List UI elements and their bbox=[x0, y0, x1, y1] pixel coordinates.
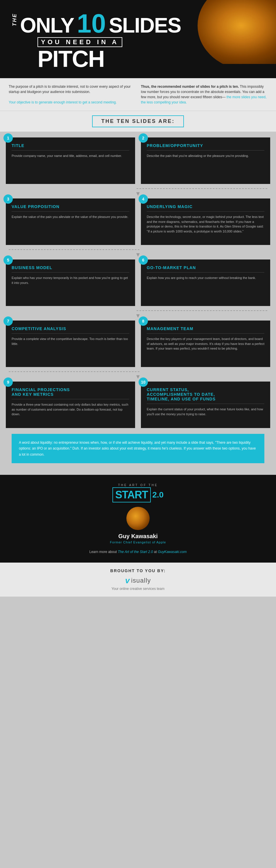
learn-more-text: Learn more about The Art of the Start 2.… bbox=[6, 550, 270, 554]
slide-number-1: 1 bbox=[3, 133, 13, 143]
footer: BROUGHT TO YOU BY: v isually Your online… bbox=[0, 563, 276, 597]
slide-title-10: CURRENT STATUS, ACCOMPLISHMENTS TO DATE,… bbox=[147, 388, 265, 404]
slide-title-9: FINANCIAL PROJECTIONS AND KEY METRICS bbox=[11, 388, 129, 399]
slide-card-8: 8 MANAGEMENT TEAM Describe the key playe… bbox=[141, 320, 270, 367]
slide-desc-1: Provide company name, your name and titl… bbox=[11, 153, 129, 158]
slide-number-5: 5 bbox=[3, 255, 13, 265]
liquidity-text: A word about liquidity: no entrepreneur … bbox=[19, 440, 257, 457]
visually-text: isually bbox=[131, 577, 151, 584]
the-label: THE bbox=[11, 9, 18, 26]
ten-slides-header: THE TEN SLIDES ARE: bbox=[0, 111, 276, 132]
intro-left-text: The purpose of a pitch is to stimulate i… bbox=[9, 85, 131, 94]
slides-row-2: 3 VALUE PROPOSITION Explain the value of… bbox=[6, 198, 270, 245]
slides-row-5: 9 FINANCIAL PROJECTIONS AND KEY METRICS … bbox=[6, 381, 270, 428]
slide-card-5: 5 BUSINESS MODEL Explain who has your mo… bbox=[6, 259, 135, 306]
learn-link[interactable]: GuyKawasaki.com bbox=[158, 550, 186, 554]
slide-title-7: COMPETITIVE ANALYSIS bbox=[11, 326, 129, 334]
intro-right: Thus, the recommended number of slides f… bbox=[141, 84, 267, 105]
slide-number-4: 4 bbox=[139, 194, 148, 204]
slide-card-9: 9 FINANCIAL PROJECTIONS AND KEY METRICS … bbox=[6, 381, 135, 428]
start-border-box: START bbox=[113, 487, 151, 502]
visually-v: v bbox=[125, 576, 130, 585]
slide-desc-4: Describe the technology, secret sauce, o… bbox=[147, 214, 265, 234]
only-label: ONLY bbox=[20, 13, 74, 37]
intro-left: The purpose of a pitch is to stimulate i… bbox=[9, 84, 135, 105]
slides-row-3: 5 BUSINESS MODEL Explain who has your mo… bbox=[6, 259, 270, 306]
liquidity-section: A word about liquidity: no entrepreneur … bbox=[11, 434, 265, 463]
slide-desc-10: Explain the current status of your produ… bbox=[147, 407, 265, 416]
slides-label: SLIDES bbox=[109, 13, 181, 37]
slide-title-3: VALUE PROPOSITION bbox=[11, 204, 129, 212]
slide-title-2: PROBLEM/OPPORTUNITY bbox=[147, 143, 265, 151]
version-label: 2.0 bbox=[152, 490, 163, 499]
slide-card-7: 7 COMPETITIVE ANALYSIS Provide a complet… bbox=[6, 320, 135, 367]
slide-card-6: 6 GO-TO-MARKET PLAN Explain how you are … bbox=[141, 259, 270, 306]
slide-title-8: MANAGEMENT TEAM bbox=[147, 326, 265, 334]
slides-row-1: 1 TITLE Provide company name, your name … bbox=[6, 137, 270, 184]
slide-title-4: UNDERLYING MAGIC bbox=[147, 204, 265, 212]
slides-container: 1 TITLE Provide company name, your name … bbox=[0, 132, 276, 475]
slide-number-8: 8 bbox=[139, 316, 148, 326]
author-title: Former Chief Evangelist of Apple bbox=[6, 540, 270, 544]
slide-card-4: 4 UNDERLYING MAGIC Describe the technolo… bbox=[141, 198, 270, 245]
intro-section: The purpose of a pitch is to stimulate i… bbox=[0, 78, 276, 111]
header: THE ONLY 10 SLIDES YOU NEED IN A PITCH bbox=[0, 0, 276, 78]
slide-desc-9: Provide a three-year forecast containing… bbox=[11, 402, 129, 417]
slide-desc-7: Provide a complete view of the competiti… bbox=[11, 337, 129, 346]
learn-italic: The Art of the Start 2.0 bbox=[118, 550, 153, 554]
book-logo: THE ART OF THE START 2.0 bbox=[6, 484, 270, 502]
intro-right-bold: Thus, the recommended number of slides f… bbox=[141, 85, 239, 89]
visually-logo: v isually bbox=[6, 576, 270, 585]
slide-card-3: 3 VALUE PROPOSITION Explain the value of… bbox=[6, 198, 135, 245]
you-need-text: YOU NEED IN A bbox=[41, 38, 119, 45]
footer-tagline: Your online creative services team bbox=[6, 587, 270, 591]
ten-label: 10 bbox=[77, 9, 106, 39]
slide-title-6: GO-TO-MARKET PLAN bbox=[147, 265, 265, 273]
slide-number-6: 6 bbox=[139, 255, 148, 265]
slide-card-10: 10 CURRENT STATUS, ACCOMPLISHMENTS TO DA… bbox=[141, 381, 270, 428]
author-name: Guy Kawasaki bbox=[6, 533, 270, 539]
slide-number-10: 10 bbox=[139, 377, 148, 387]
ten-slides-title: THE TEN SLIDES ARE: bbox=[92, 115, 184, 127]
slides-row-4: 7 COMPETITIVE ANALYSIS Provide a complet… bbox=[6, 320, 270, 367]
slide-title-1: TITLE bbox=[11, 143, 129, 151]
slide-number-3: 3 bbox=[3, 194, 13, 204]
slide-number-2: 2 bbox=[139, 133, 148, 143]
pitch-label: PITCH bbox=[37, 45, 181, 72]
flower-decoration bbox=[126, 507, 150, 530]
slide-card-2: 2 PROBLEM/OPPORTUNITY Describe the pain … bbox=[141, 137, 270, 184]
slide-number-7: 7 bbox=[3, 316, 13, 326]
intro-left-highlight: Your objective is to generate enough int… bbox=[9, 100, 117, 104]
brought-by-text: BROUGHT TO YOU BY: bbox=[6, 568, 270, 573]
slide-desc-3: Explain the value of the pain you allevi… bbox=[11, 214, 129, 219]
art-label: THE ART OF THE bbox=[118, 484, 158, 487]
book-section: THE ART OF THE START 2.0 Guy Kawasaki Fo… bbox=[0, 475, 276, 563]
slide-desc-5: Explain who has your money temporarily i… bbox=[11, 276, 129, 285]
slide-desc-6: Explain how you are going to reach your … bbox=[147, 276, 265, 280]
slide-desc-8: Describe the key players of your managem… bbox=[147, 337, 265, 351]
slide-number-9: 9 bbox=[3, 377, 13, 387]
slide-card-1: 1 TITLE Provide company name, your name … bbox=[6, 137, 135, 184]
start-label: START bbox=[115, 489, 148, 501]
slide-desc-2: Describe the pain that you're alleviatin… bbox=[147, 153, 265, 158]
slide-title-5: BUSINESS MODEL bbox=[11, 265, 129, 273]
